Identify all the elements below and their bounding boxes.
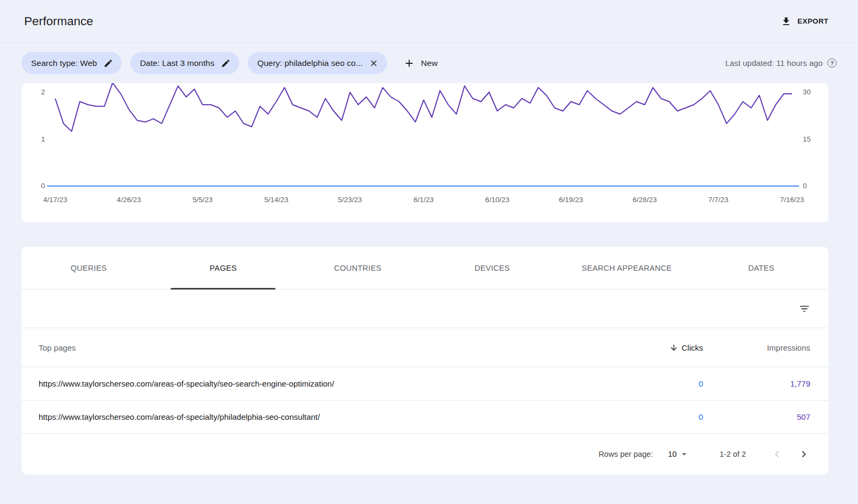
close-icon[interactable] [369, 58, 379, 68]
last-updated-text: Last updated: 11 hours ago [725, 58, 823, 68]
dropdown-caret-icon [679, 449, 690, 459]
clicks-header-label: Clicks [682, 343, 703, 352]
tab-label: PAGES [210, 264, 236, 272]
x-axis-tick: 6/28/23 [633, 196, 657, 204]
tab-queries[interactable]: QUERIES [21, 247, 156, 289]
filter-list-icon [798, 303, 810, 315]
table-toolbar [21, 290, 829, 328]
x-axis-tick: 6/19/23 [559, 196, 583, 204]
tab-devices[interactable]: DEVICES [425, 247, 559, 289]
export-label: EXPORT [797, 17, 829, 25]
column-header-top-pages: Top pages [39, 343, 612, 352]
tab-label: QUERIES [71, 264, 107, 272]
x-axis-tick: 6/1/23 [413, 196, 434, 204]
filter-rows-button[interactable] [798, 303, 810, 315]
page-title: Performance [24, 14, 93, 28]
x-axis-labels: 4/17/234/26/235/5/235/14/235/23/236/1/23… [21, 196, 829, 206]
table-row[interactable]: https://www.taylorscherseo.com/areas-of-… [21, 367, 829, 401]
tab-label: SEARCH APPEARANCE [582, 264, 672, 272]
rows-per-page-value: 10 [668, 450, 677, 458]
filter-chip-search-type[interactable]: Search type: Web [21, 52, 122, 74]
x-axis-tick: 7/7/23 [708, 196, 729, 204]
x-axis-tick: 4/17/23 [43, 196, 67, 204]
column-header-clicks[interactable]: Clicks [612, 343, 703, 352]
x-axis-tick: 7/16/23 [780, 196, 804, 204]
x-axis-tick: 5/5/23 [193, 196, 213, 204]
help-icon[interactable]: ? [827, 58, 837, 68]
impressions-line [55, 83, 792, 131]
tab-countries[interactable]: COUNTRIES [291, 247, 425, 289]
dimension-tabs: QUERIES PAGES COUNTRIES DEVICES SEARCH A… [21, 247, 829, 290]
new-filter-label: New [421, 58, 438, 68]
performance-chart[interactable]: 2 1 0 30 15 0 4/17/234/26/235/5/235/14/2… [21, 83, 829, 223]
chip-label: Date: Last 3 months [140, 58, 214, 68]
tab-label: DATES [748, 264, 774, 272]
y-axis-tick-right: 30 [803, 88, 811, 97]
page-url[interactable]: https://www.taylorscherseo.com/areas-of-… [39, 412, 612, 421]
pagination-bar: Rows per page: 10 1-2 of 2 [21, 434, 829, 475]
pagination-range: 1-2 of 2 [720, 450, 746, 458]
edit-icon [103, 58, 113, 68]
chip-label: Search type: Web [31, 58, 97, 68]
y-axis-tick-left: 1 [30, 135, 45, 144]
download-icon [781, 16, 792, 27]
impressions-value: 1,779 [703, 379, 810, 388]
filter-chip-query[interactable]: Query: philadelphia seo co... [248, 52, 387, 74]
y-axis-tick-right: 15 [803, 135, 811, 144]
last-updated: Last updated: 11 hours ago ? [725, 58, 837, 68]
table-row[interactable]: https://www.taylorscherseo.com/areas-of-… [21, 401, 829, 434]
chevron-left-icon [771, 448, 783, 461]
edit-icon [221, 58, 231, 68]
chevron-right-icon [797, 448, 810, 461]
new-filter-button[interactable]: New [403, 57, 438, 69]
page-url[interactable]: https://www.taylorscherseo.com/areas-of-… [39, 379, 612, 388]
column-header-impressions[interactable]: Impressions [703, 343, 810, 352]
rows-per-page-label: Rows per page: [598, 450, 653, 458]
results-card: QUERIES PAGES COUNTRIES DEVICES SEARCH A… [21, 247, 829, 475]
filter-bar: Search type: Web Date: Last 3 months Que… [0, 43, 858, 83]
x-axis-tick: 4/26/23 [117, 196, 141, 204]
x-axis-tick: 5/23/23 [338, 196, 362, 204]
y-axis-tick-left: 2 [30, 88, 45, 97]
sort-descending-arrow-icon [669, 343, 678, 352]
tab-label: DEVICES [475, 264, 510, 272]
tab-label: COUNTRIES [334, 264, 381, 272]
search-console-performance-page: Performance EXPORT Search type: Web Date… [0, 0, 858, 475]
export-button[interactable]: EXPORT [781, 16, 829, 27]
page-header: Performance EXPORT [0, 0, 858, 43]
table-header-row: Top pages Clicks Impressions [21, 328, 829, 367]
previous-page-button[interactable] [766, 443, 788, 465]
plus-icon [403, 57, 415, 69]
tab-pages[interactable]: PAGES [156, 247, 291, 289]
x-axis-tick: 5/14/23 [264, 196, 289, 204]
tab-search-appearance[interactable]: SEARCH APPEARANCE [559, 247, 694, 289]
next-page-button[interactable] [793, 443, 815, 465]
impressions-value: 507 [703, 412, 810, 421]
y-axis-tick-left: 0 [30, 182, 45, 190]
chip-label: Query: philadelphia seo co... [257, 58, 363, 68]
y-axis-tick-right: 0 [803, 182, 807, 190]
clicks-value: 0 [612, 412, 703, 421]
clicks-value: 0 [612, 379, 703, 388]
x-axis-tick: 6/10/23 [485, 196, 509, 204]
filter-chip-date[interactable]: Date: Last 3 months [130, 52, 239, 74]
tab-dates[interactable]: DATES [694, 247, 829, 289]
rows-per-page-select[interactable]: 10 [668, 449, 690, 459]
